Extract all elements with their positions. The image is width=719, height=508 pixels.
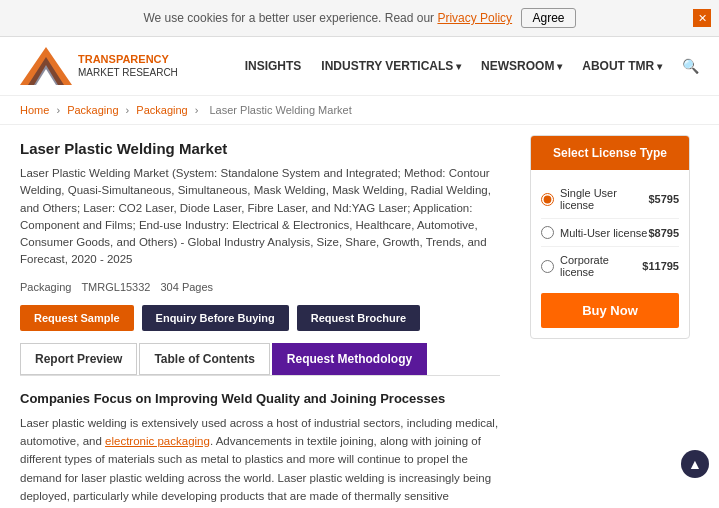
corporate-label: Corporate license <box>560 254 642 278</box>
request-brochure-button[interactable]: Request Brochure <box>297 305 420 331</box>
request-sample-button[interactable]: Request Sample <box>20 305 134 331</box>
article-paragraph-1: Laser plastic welding is extensively use… <box>20 414 500 509</box>
nav-industry[interactable]: INDUSTRY VERTICALS <box>321 59 461 73</box>
breadcrumb-home[interactable]: Home <box>20 104 49 116</box>
license-option-multi: Multi-User license $8795 <box>541 219 679 247</box>
meta-pages: 304 Pages <box>160 281 213 293</box>
license-radio-single[interactable] <box>541 193 554 206</box>
enquiry-button[interactable]: Enquiry Before Buying <box>142 305 289 331</box>
license-option-single: Single User license $5795 <box>541 180 679 219</box>
multi-user-label: Multi-User license <box>560 227 647 239</box>
breadcrumb-packaging2[interactable]: Packaging <box>136 104 187 116</box>
meta-row: Packaging TMRGL15332 304 Pages <box>20 281 500 293</box>
buy-now-button[interactable]: Buy Now <box>541 293 679 328</box>
single-user-label: Single User license <box>560 187 648 211</box>
tabs: Report Preview Table of Contents Request… <box>20 343 500 375</box>
tab-report-preview[interactable]: Report Preview <box>20 343 137 375</box>
cookie-text: We use cookies for a better user experie… <box>144 11 438 25</box>
action-buttons: Request Sample Enquiry Before Buying Req… <box>20 305 500 331</box>
license-box: Select License Type Single User license … <box>530 135 690 339</box>
article-title: Companies Focus on Improving Weld Qualit… <box>20 375 500 406</box>
breadcrumb-sep1: › <box>56 104 63 116</box>
breadcrumb-current: Laser Plastic Welding Market <box>209 104 351 116</box>
close-cookie-button[interactable]: ✕ <box>693 9 711 27</box>
license-radio-multi[interactable] <box>541 226 554 239</box>
search-icon[interactable]: 🔍 <box>682 58 699 74</box>
corporate-price: $11795 <box>642 260 679 272</box>
logo-area: TRANSPARENCY MARKET RESEARCH <box>20 47 178 85</box>
privacy-policy-link[interactable]: Privacy Policy <box>437 11 512 25</box>
single-user-price: $5795 <box>648 193 679 205</box>
breadcrumb: Home › Packaging › Packaging › Laser Pla… <box>0 96 719 125</box>
breadcrumb-packaging1[interactable]: Packaging <box>67 104 118 116</box>
article-section: Companies Focus on Improving Weld Qualit… <box>20 375 500 509</box>
license-radio-corporate[interactable] <box>541 260 554 273</box>
brand-text: TRANSPARENCY MARKET RESEARCH <box>78 53 178 78</box>
cookie-banner: We use cookies for a better user experie… <box>0 0 719 37</box>
nav-insights[interactable]: INSIGHTS <box>245 59 302 73</box>
license-options: Single User license $5795 Multi-User lic… <box>531 170 689 338</box>
page-description: Laser Plastic Welding Market (System: St… <box>20 165 500 269</box>
nav-about[interactable]: ABOUT TMR <box>582 59 662 73</box>
sidebar: Select License Type Single User license … <box>520 125 700 508</box>
breadcrumb-sep2: › <box>126 104 133 116</box>
tab-table-of-contents[interactable]: Table of Contents <box>139 343 269 375</box>
license-option-corporate: Corporate license $11795 <box>541 247 679 285</box>
electronic-packaging-link[interactable]: electronic packaging <box>105 435 210 447</box>
nav-newsroom[interactable]: NEWSROOM <box>481 59 562 73</box>
page-title: Laser Plastic Welding Market <box>20 140 500 157</box>
breadcrumb-sep3: › <box>195 104 202 116</box>
back-to-top-button[interactable]: ▲ <box>681 450 709 478</box>
tab-request-methodology[interactable]: Request Methodology <box>272 343 427 375</box>
meta-code: TMRGL15332 <box>81 281 150 293</box>
main-layout: Laser Plastic Welding Market Laser Plast… <box>0 125 719 508</box>
meta-tag: Packaging <box>20 281 71 293</box>
content-area: Laser Plastic Welding Market Laser Plast… <box>0 125 520 508</box>
license-header: Select License Type <box>531 136 689 170</box>
nav-links: INSIGHTS INDUSTRY VERTICALS NEWSROOM ABO… <box>245 58 699 74</box>
logo-icon <box>20 47 72 85</box>
multi-user-price: $8795 <box>648 227 679 239</box>
agree-button[interactable]: Agree <box>521 8 575 28</box>
header: TRANSPARENCY MARKET RESEARCH INSIGHTS IN… <box>0 37 719 96</box>
